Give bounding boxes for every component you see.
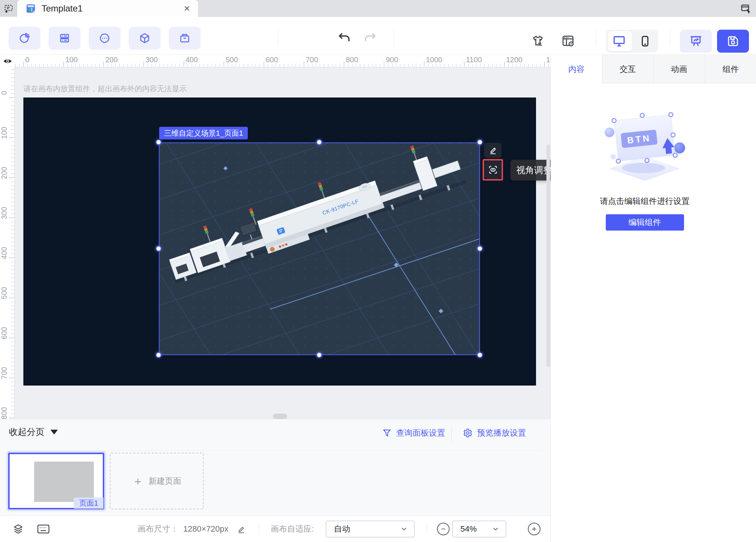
add-screen-button[interactable] [0,0,17,17]
ruler-label: 1200 [506,56,523,64]
undo-button[interactable] [336,29,353,46]
tab-content[interactable]: 内容 [551,55,602,84]
resize-handle-ne[interactable] [477,139,483,145]
resize-handle-s[interactable] [316,352,322,358]
preview-play-settings-label: 预览播放设置 [477,427,526,439]
ruler-tick [11,302,14,302]
ruler-tick [11,173,14,174]
horizontal-scrollbar[interactable] [273,414,287,419]
tab-component[interactable]: 组件 [705,55,756,84]
ruler-tick [19,64,20,67]
statusbar-divider [259,524,259,534]
zoom-out-button[interactable] [437,523,450,535]
document-tab[interactable]: Template1 × [17,0,198,17]
ruler-tick [496,64,496,67]
ruler-tick [288,64,288,67]
resize-handle-sw[interactable] [156,352,161,358]
ruler-tick [272,64,272,67]
more-component-button[interactable] [89,27,121,50]
tab-animation[interactable]: 动画 [654,55,705,84]
redo-button[interactable] [362,29,379,46]
ruler-tick [532,64,533,67]
mobile-mode-button[interactable] [632,30,658,53]
edit-component-button[interactable] [484,143,502,158]
desktop-mode-button[interactable] [606,30,632,53]
ruler-tick [516,64,516,67]
view-adjust-button[interactable] [484,161,501,179]
edit-size-pencil-icon[interactable] [237,525,246,534]
eye-icon[interactable] [3,57,13,65]
ruler-tick [468,64,469,67]
vertical-scrollbar[interactable] [546,145,550,367]
ruler-tick [11,354,14,354]
theme-skin-button[interactable] [528,32,548,51]
ruler-tick [428,64,428,67]
ruler-label: 200 [105,56,118,64]
resize-handle-nw[interactable] [156,139,161,145]
window-switch-icon[interactable] [740,3,752,14]
ruler-label: 400 [185,56,198,64]
query-panel-settings-button[interactable]: 查询面板设置 [382,427,445,439]
ruler-tick [548,64,549,67]
new-page-tile[interactable]: ＋ 新建页面 [110,453,204,509]
canvas-fit-select[interactable]: 自动 [326,520,415,538]
scene3d-render: CK-9170PC-LF [159,142,480,355]
ruler-tick [195,64,196,67]
ruler-tick [11,222,14,222]
ruler-tick [9,338,14,338]
resize-handle-w[interactable] [156,246,161,251]
save-icon [726,34,740,48]
ruler-tick [11,278,14,278]
ruler-tick [372,64,372,67]
container-component-button[interactable] [169,27,201,50]
new-page-label: 新建页面 [149,476,181,487]
canvas-size-label: 画布尺寸： [138,516,178,542]
data-component-button[interactable] [49,27,80,50]
scene3d-component[interactable]: CK-9170PC-LF [159,142,480,355]
canvas-fit-label: 画布自适应: [271,516,314,542]
save-button[interactable] [717,30,749,53]
resize-handle-e[interactable] [477,246,483,251]
resize-handle-se[interactable] [477,352,483,358]
3d-component-button[interactable] [129,27,161,50]
zoom-level-select[interactable]: 54% [452,520,506,538]
tab-interact[interactable]: 交互 [602,55,654,84]
ruler-tick [412,64,412,67]
ruler-tick [332,64,332,67]
preview-icon [689,34,703,48]
preview-button[interactable] [680,30,712,53]
page-thumbnail-1[interactable]: 页面1 [8,453,104,509]
ruler-label: 700 [0,366,9,381]
collapse-pages-control[interactable]: 收起分页 [9,426,58,438]
ruler-tick [79,64,80,67]
ruler-label: 400 [0,246,9,261]
component-name-badge[interactable]: 三维自定义场景1_页面1 [159,127,248,139]
ruler-tick [280,64,280,67]
ruler-tick [544,62,545,67]
ruler-tick [128,64,128,67]
ruler-tick [208,64,208,67]
edit-component-action-button[interactable]: 编辑组件 [606,214,684,231]
page-settings-button[interactable] [559,32,578,51]
ruler-tick [484,64,484,67]
ruler-tick [11,142,14,142]
close-icon[interactable]: × [184,3,190,14]
ruler-tick [11,162,14,162]
zoom-in-button[interactable] [528,523,540,535]
ruler-tick [296,64,296,67]
ruler-tick [108,64,108,67]
chart-component-button[interactable] [9,27,40,50]
preview-play-settings-button[interactable]: 预览播放设置 [462,427,526,439]
keyboard-icon[interactable] [37,524,50,534]
ruler-label: 1000 [426,56,443,64]
vertical-ruler: 0100200300400500600700800 [0,67,15,419]
ruler-tick [11,390,14,390]
ruler-tick [103,62,104,67]
resize-handle-n[interactable] [316,139,322,145]
workspace[interactable]: 请在画布内放置组件，超出画布外的内容无法显示 [15,67,550,419]
ruler-tick [404,64,404,67]
ruler-tick [512,64,513,67]
ruler-tick [240,64,240,67]
layers-icon[interactable] [13,523,24,535]
ruler-tick [43,64,44,67]
